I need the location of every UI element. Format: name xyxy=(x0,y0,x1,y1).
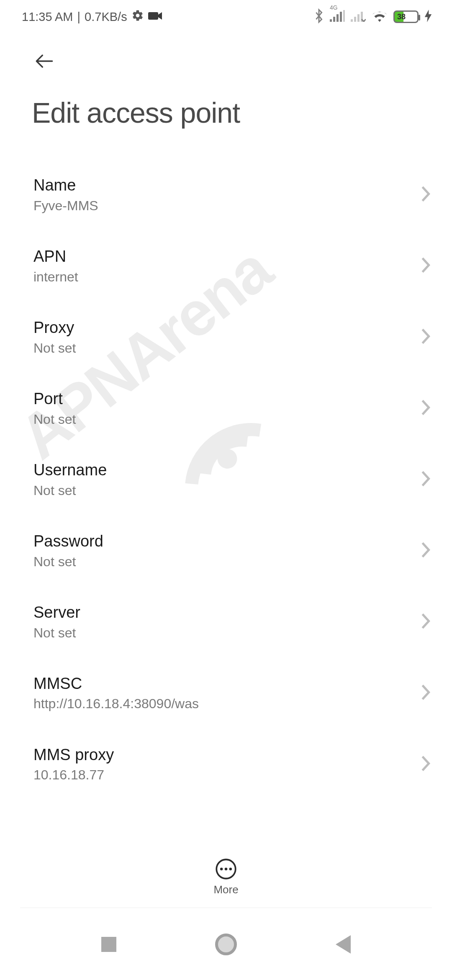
svg-point-14 xyxy=(229,868,232,871)
gear-icon xyxy=(131,9,144,25)
more-button[interactable] xyxy=(215,858,237,880)
square-icon xyxy=(101,937,116,952)
svg-point-12 xyxy=(220,868,223,871)
chevron-right-icon xyxy=(419,399,432,418)
item-value: 10.16.18.77 xyxy=(33,767,416,783)
item-apn[interactable]: APN internet xyxy=(0,230,452,302)
item-label: Password xyxy=(33,532,416,551)
chevron-right-icon xyxy=(419,755,432,774)
item-value: Not set xyxy=(33,625,416,641)
item-server[interactable]: Server Not set xyxy=(0,586,452,658)
chevron-right-icon xyxy=(419,185,432,204)
divider xyxy=(20,908,432,908)
item-name[interactable]: Name Fyve-MMS xyxy=(0,159,452,230)
svg-rect-8 xyxy=(354,17,356,22)
item-label: MMSC xyxy=(33,674,416,694)
signal-icon xyxy=(330,16,345,23)
chevron-right-icon xyxy=(419,256,432,276)
status-speed: 0.7KB/s xyxy=(85,10,127,24)
chevron-right-icon xyxy=(419,470,432,489)
svg-rect-9 xyxy=(357,14,360,22)
svg-rect-5 xyxy=(340,12,342,22)
camera-icon xyxy=(148,10,162,24)
svg-rect-3 xyxy=(333,17,335,22)
settings-list: Name Fyve-MMS APN internet Proxy Not set… xyxy=(0,159,452,787)
charging-icon xyxy=(424,10,432,24)
nav-recents-button[interactable] xyxy=(95,931,122,958)
arrow-left-icon xyxy=(33,49,56,73)
item-value: Not set xyxy=(33,340,416,356)
item-value: Not set xyxy=(33,482,416,498)
item-value: internet xyxy=(33,269,416,285)
signal-2-icon xyxy=(351,10,366,23)
chevron-right-icon xyxy=(419,541,432,560)
chevron-right-icon xyxy=(419,612,432,632)
item-mms-proxy[interactable]: MMS proxy 10.16.18.77 xyxy=(0,729,452,787)
chevron-right-icon xyxy=(419,683,432,703)
triangle-icon xyxy=(336,935,351,954)
svg-rect-7 xyxy=(351,19,353,22)
circle-icon xyxy=(215,934,237,955)
item-label: APN xyxy=(33,247,416,266)
bluetooth-icon xyxy=(314,8,324,25)
svg-rect-1 xyxy=(148,12,158,20)
item-value: Not set xyxy=(33,554,416,570)
page-title: Edit access point xyxy=(32,96,240,129)
item-label: Server xyxy=(33,603,416,622)
navigation-bar xyxy=(0,909,452,980)
network-label: 4G xyxy=(330,4,338,11)
nav-back-button[interactable] xyxy=(330,931,357,958)
item-value: Not set xyxy=(33,411,416,427)
status-time: 11:35 AM xyxy=(22,10,73,24)
more-icon xyxy=(215,858,237,880)
status-bar: 11:35 AM | 0.7KB/s 4G 38 xyxy=(0,0,452,34)
more-label: More xyxy=(213,883,238,896)
item-label: Username xyxy=(33,461,416,480)
item-label: Proxy xyxy=(33,318,416,338)
item-port[interactable]: Port Not set xyxy=(0,373,452,444)
item-mmsc[interactable]: MMSC http://10.16.18.4:38090/was xyxy=(0,658,452,729)
chevron-right-icon xyxy=(419,328,432,347)
battery-icon: 38 xyxy=(393,10,419,23)
item-label: Port xyxy=(33,389,416,409)
battery-percent: 38 xyxy=(397,12,406,22)
svg-point-13 xyxy=(225,868,228,871)
svg-rect-4 xyxy=(336,14,339,22)
item-label: Name xyxy=(33,176,416,195)
nav-home-button[interactable] xyxy=(213,931,239,958)
item-value: Fyve-MMS xyxy=(33,198,416,214)
item-value: http://10.16.18.4:38090/was xyxy=(33,696,416,712)
item-password[interactable]: Password Not set xyxy=(0,515,452,586)
item-proxy[interactable]: Proxy Not set xyxy=(0,302,452,373)
status-sep: | xyxy=(77,10,81,24)
svg-rect-2 xyxy=(330,19,332,22)
wifi-icon xyxy=(372,10,388,24)
back-button[interactable] xyxy=(32,49,57,74)
item-username[interactable]: Username Not set xyxy=(0,444,452,515)
item-label: MMS proxy xyxy=(33,745,416,765)
svg-rect-6 xyxy=(343,10,345,22)
